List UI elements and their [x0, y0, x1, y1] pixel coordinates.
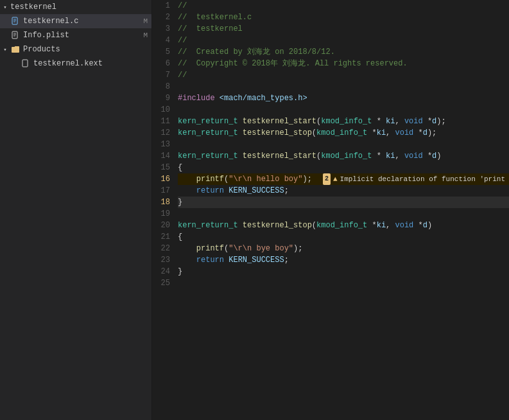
sidebar-item-badge: M [143, 31, 151, 39]
code-line-4: // [178, 35, 509, 46]
editor-content: 1 2 3 4 5 6 7 8 9 10 11 12 13 14 15 16 1… [152, 0, 509, 420]
sidebar-item-products[interactable]: ▾ Products [0, 42, 151, 57]
code-line-25 [178, 277, 509, 289]
code-line-24: } [178, 266, 509, 277]
code-line-5: // Created by 刘海龙 on 2018/8/12. [178, 46, 509, 58]
svg-rect-0 [12, 17, 17, 24]
code-line-11: kern_return_t testkernel_start(kmod_info… [178, 116, 509, 127]
code-line-2: // testkernel.c [178, 12, 509, 23]
code-line-14: kern_return_t testkernel_start(kmod_info… [178, 150, 509, 162]
sidebar-item-label: Products [23, 45, 151, 54]
line-numbers: 1 2 3 4 5 6 7 8 9 10 11 12 13 14 15 16 1… [152, 0, 175, 420]
code-line-12: kern_return_t testkernel_stop(kmod_info_… [178, 127, 509, 139]
line-num-14: 14 [152, 150, 170, 162]
line-num-11: 11 [152, 116, 170, 127]
line-num-25: 25 [152, 277, 170, 289]
line-num-6: 6 [152, 58, 170, 69]
sidebar-group-testkernel[interactable]: ▾ testkernel [0, 0, 151, 14]
code-line-17: return KERN_SUCCESS; [178, 185, 509, 197]
line-num-15: 15 [152, 162, 170, 173]
svg-rect-4 [12, 31, 17, 39]
line-num-19: 19 [152, 208, 170, 220]
warning-badge: 2 ▲ Implicit declaration of function 'pr… [319, 173, 509, 185]
code-area[interactable]: // // testkernel.c // testkernel // // C… [175, 0, 509, 420]
line-num-24: 24 [152, 266, 170, 277]
line-num-20: 20 [152, 220, 170, 231]
code-line-10 [178, 104, 509, 116]
sidebar-item-testkernel-kext[interactable]: testkernel.kext [0, 57, 151, 71]
file-icon [10, 30, 21, 40]
code-line-19 [178, 208, 509, 220]
line-num-22: 22 [152, 243, 170, 254]
code-line-3: // testkernel [178, 23, 509, 35]
file-icon [21, 58, 31, 69]
code-line-13 [178, 139, 509, 150]
folder-icon [10, 44, 21, 55]
sidebar-item-badge: M [143, 17, 151, 25]
line-num-4: 4 [152, 35, 170, 46]
line-num-21: 21 [152, 231, 170, 243]
line-num-18: 18 [152, 197, 170, 208]
code-line-7: // [178, 69, 509, 81]
warning-count: 2 [323, 173, 331, 185]
code-line-16: printf("\r\n hello boy"); 2 ▲ Implicit d… [178, 173, 509, 185]
line-num-3: 3 [152, 23, 170, 35]
line-num-16: 16 [152, 173, 170, 185]
code-line-1: // [178, 0, 509, 12]
code-line-21: { [178, 231, 509, 243]
warning-text: Implicit declaration of function 'print [340, 173, 505, 185]
line-num-9: 9 [152, 92, 170, 104]
sidebar-item-testkernel-c[interactable]: testkernel.c M [0, 14, 151, 28]
sidebar-item-label: testkernel.c [23, 17, 143, 26]
code-line-20: kern_return_t testkernel_stop(kmod_info_… [178, 220, 509, 231]
line-num-1: 1 [152, 0, 170, 12]
sidebar-group-label: testkernel [10, 3, 151, 12]
line-num-17: 17 [152, 185, 170, 197]
chevron-down-icon: ▾ [0, 2, 10, 12]
svg-rect-8 [22, 60, 28, 67]
code-line-9: #include <mach/mach_types.h> [178, 92, 509, 104]
line-num-12: 12 [152, 127, 170, 139]
line-num-10: 10 [152, 104, 170, 116]
code-line-6: // Copyright © 2018年 刘海龙. All rights res… [178, 58, 509, 69]
chevron-right-icon: ▾ [0, 44, 10, 55]
editor: 1 2 3 4 5 6 7 8 9 10 11 12 13 14 15 16 1… [152, 0, 509, 420]
line-num-23: 23 [152, 254, 170, 266]
code-line-15: { [178, 162, 509, 173]
sidebar-item-info-plist[interactable]: Info.plist M [0, 28, 151, 42]
warning-triangle-icon: ▲ [333, 173, 338, 185]
code-line-18: } [178, 197, 509, 208]
line-num-2: 2 [152, 12, 170, 23]
code-line-8 [178, 81, 509, 92]
code-line-23: return KERN_SUCCESS; [178, 254, 509, 266]
sidebar-item-label: Info.plist [23, 31, 143, 40]
code-line-22: printf("\r\n bye boy"); [178, 243, 509, 254]
line-num-7: 7 [152, 69, 170, 81]
line-num-13: 13 [152, 139, 170, 150]
line-num-8: 8 [152, 81, 170, 92]
line-num-5: 5 [152, 46, 170, 58]
sidebar-item-label: testkernel.kext [33, 59, 151, 68]
file-icon [10, 16, 21, 26]
sidebar: ▾ testkernel testkernel.c M Info.plist M [0, 0, 152, 420]
